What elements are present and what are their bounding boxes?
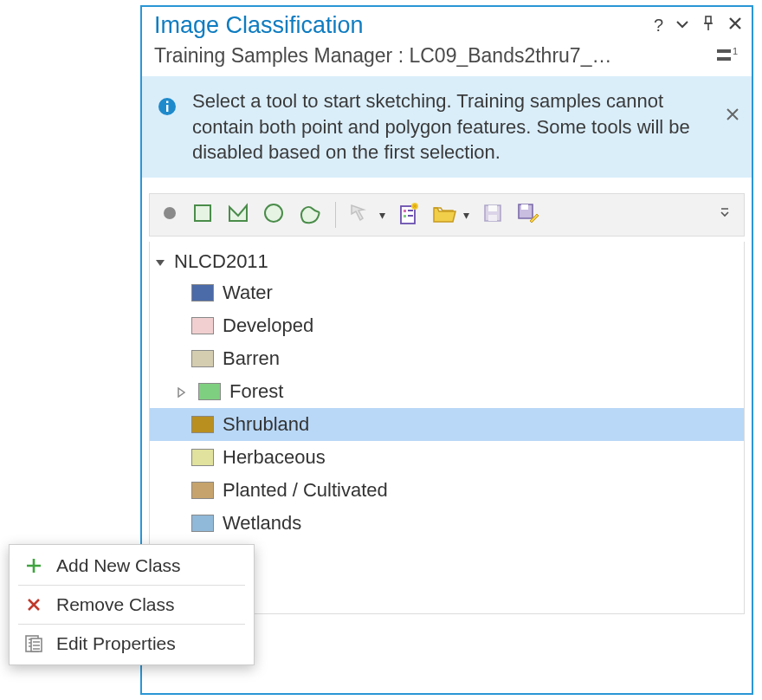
save-edits-icon[interactable] <box>516 202 540 228</box>
class-swatch <box>191 515 214 532</box>
tree-item-label: Herbaceous <box>221 446 327 469</box>
class-context-menu: Add New Class Remove Class Edit Properti… <box>9 544 255 665</box>
svg-text:1: 1 <box>733 47 738 56</box>
svg-rect-6 <box>166 101 168 103</box>
panel-titlebar: Image Classification ? <box>142 7 752 41</box>
plus-icon <box>23 555 44 576</box>
class-swatch <box>191 449 214 466</box>
tree-item[interactable]: Planted / Cultivated <box>150 474 744 507</box>
select-tool-icon[interactable] <box>348 202 372 228</box>
collapse-icon[interactable] <box>675 16 689 36</box>
ctx-edit-label: Edit Properties <box>56 633 176 654</box>
class-swatch <box>198 383 221 400</box>
class-swatch <box>191 350 214 367</box>
ctx-remove-class[interactable]: Remove Class <box>10 586 254 624</box>
svg-rect-0 <box>706 16 711 23</box>
tree-root-label: NLCD2011 <box>174 250 268 273</box>
point-tool-icon[interactable] <box>160 204 179 226</box>
info-icon <box>154 88 180 121</box>
class-swatch <box>191 416 214 433</box>
svg-rect-14 <box>408 215 413 217</box>
ctx-add-label: Add New Class <box>56 555 181 576</box>
tree-expand-icon[interactable] <box>176 380 191 403</box>
panel-subtitle: Training Samples Manager : LC09_Bands2th… <box>154 44 715 68</box>
options-icon[interactable]: 1 <box>715 47 739 66</box>
open-folder-dropdown-icon[interactable]: ▾ <box>463 208 469 222</box>
svg-rect-2 <box>717 57 731 61</box>
ctx-edit-properties[interactable]: Edit Properties <box>10 625 254 663</box>
ctx-add-new-class[interactable]: Add New Class <box>10 547 254 585</box>
svg-rect-17 <box>488 215 497 221</box>
pin-icon[interactable] <box>701 16 715 36</box>
rectangle-tool-icon[interactable] <box>191 202 214 228</box>
tree-item-label: Water <box>221 282 274 304</box>
info-banner: Select a tool to start sketching. Traini… <box>142 76 752 178</box>
tree-item[interactable]: Water <box>150 276 744 309</box>
tree-item-label: Barren <box>221 347 281 370</box>
svg-rect-11 <box>404 210 406 212</box>
tree-item[interactable]: Forest <box>150 375 744 408</box>
tree-item-label: Developed <box>221 314 315 337</box>
help-icon[interactable]: ? <box>654 16 663 36</box>
svg-rect-5 <box>166 105 168 112</box>
ctx-remove-label: Remove Class <box>56 594 175 615</box>
svg-rect-16 <box>488 205 497 211</box>
class-swatch <box>191 317 214 334</box>
tree-item[interactable]: Herbaceous <box>150 441 744 474</box>
schema-tool-icon[interactable] <box>397 201 420 229</box>
save-icon[interactable] <box>481 202 504 228</box>
tree-item[interactable]: Developed <box>150 309 744 342</box>
close-icon[interactable] <box>727 16 743 36</box>
tree-item-label: Wetlands <box>221 512 303 535</box>
svg-rect-8 <box>195 205 210 221</box>
tree-item[interactable]: Wetlands <box>150 507 744 540</box>
svg-point-7 <box>164 207 176 219</box>
info-text: Select a tool to start sketching. Traini… <box>192 88 714 165</box>
tree-item-label: Forest <box>228 380 285 403</box>
panel-title-actions: ? <box>654 16 743 36</box>
class-swatch <box>191 284 214 301</box>
sketch-toolbar: ▾ ▾ <box>149 193 745 237</box>
tree-item[interactable]: Barren <box>150 342 744 375</box>
circle-tool-icon[interactable] <box>262 202 285 228</box>
svg-rect-1 <box>717 49 731 53</box>
svg-rect-12 <box>408 210 413 211</box>
tree-item-label: Shrubland <box>221 413 311 436</box>
freehand-tool-icon[interactable] <box>297 202 323 228</box>
panel-subtitlebar: Training Samples Manager : LC09_Bands2th… <box>142 41 752 76</box>
class-swatch <box>191 482 214 499</box>
svg-point-9 <box>265 204 282 222</box>
tree-item[interactable]: Shrubland <box>150 408 744 441</box>
x-icon <box>23 594 44 615</box>
svg-rect-18 <box>521 204 528 210</box>
toolbar-overflow-icon[interactable] <box>720 205 733 225</box>
tree-collapse-icon[interactable] <box>155 250 169 273</box>
polygon-tool-icon[interactable] <box>226 202 250 228</box>
panel-title: Image Classification <box>154 12 654 39</box>
tree-item-label: Planted / Cultivated <box>221 479 390 502</box>
select-tool-dropdown-icon[interactable]: ▾ <box>379 208 385 222</box>
open-folder-icon[interactable] <box>432 203 456 227</box>
tree-root-item[interactable]: NLCD2011 <box>150 247 744 276</box>
info-close-icon[interactable] <box>726 88 739 126</box>
toolbar-separator <box>335 202 336 228</box>
svg-rect-13 <box>404 215 406 217</box>
properties-icon <box>23 633 44 654</box>
